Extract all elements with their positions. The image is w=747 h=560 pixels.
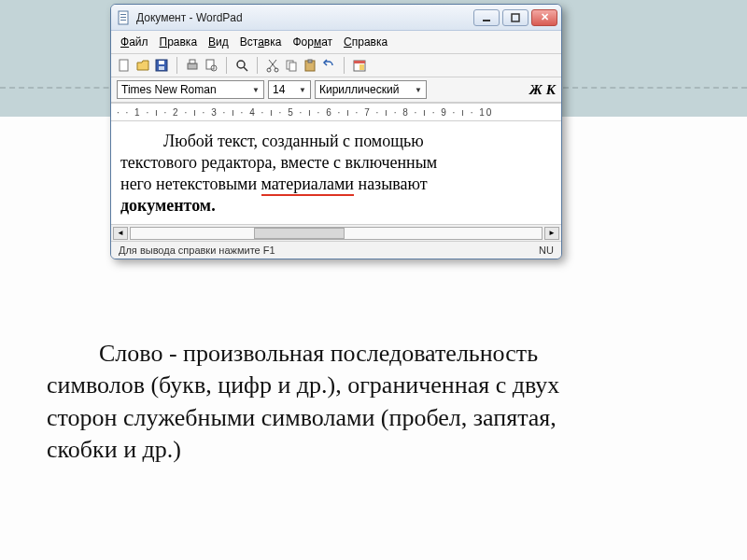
doc-text-underlined: материалами	[261, 175, 354, 196]
chevron-down-icon: ▼	[415, 86, 422, 94]
status-hint: Для вывода справки нажмите F1	[119, 245, 275, 256]
svg-line-15	[244, 67, 247, 71]
toolbar-separator	[344, 57, 345, 74]
menu-file[interactable]: Файл	[117, 34, 152, 50]
open-icon[interactable]	[135, 58, 150, 73]
cut-icon[interactable]	[265, 58, 280, 73]
doc-text: текстового редактора, вместе с включенны…	[120, 153, 437, 172]
scroll-right-button[interactable]: ►	[544, 227, 559, 240]
svg-rect-3	[120, 20, 126, 21]
print-preview-icon[interactable]	[204, 58, 218, 73]
status-indicator: NU	[539, 245, 554, 256]
charset-value: Кириллический	[319, 83, 399, 96]
paste-icon[interactable]	[303, 58, 317, 73]
doc-text: Любой текст, созданный с помощью	[163, 132, 424, 150]
datetime-icon[interactable]	[352, 58, 367, 73]
chevron-down-icon: ▼	[252, 86, 260, 94]
new-icon[interactable]	[117, 58, 132, 73]
menubar: Файл Правка Вид Вставка Формат Справка	[111, 31, 561, 54]
toolbar-separator	[176, 57, 177, 74]
slide-caption: Слово - произвольная последовательность …	[47, 338, 700, 466]
svg-rect-4	[483, 20, 490, 21]
svg-rect-25	[354, 61, 365, 63]
document-area[interactable]: Любой текст, созданный с помощью текстов…	[111, 121, 561, 224]
doc-text-bold: документом.	[120, 196, 216, 215]
wordpad-window: Документ - WordPad ✕ Файл Правка Вид Вст…	[110, 4, 562, 259]
menu-help[interactable]: Справка	[340, 34, 391, 50]
close-button[interactable]: ✕	[531, 9, 557, 26]
font-size-value: 14	[273, 83, 285, 96]
app-icon	[117, 10, 132, 25]
font-name-value: Times New Roman	[121, 83, 217, 96]
toolbar-separator	[226, 57, 227, 74]
menu-view[interactable]: Вид	[204, 34, 233, 50]
caption-line: Слово - произвольная последовательность	[99, 340, 538, 367]
find-icon[interactable]	[234, 58, 249, 73]
menu-format[interactable]: Формат	[289, 34, 336, 50]
caption-line: скобки и др.)	[47, 436, 181, 463]
caption-line: символов (букв, цифр и др.), ограниченна…	[47, 371, 559, 399]
undo-icon[interactable]	[321, 58, 336, 73]
svg-rect-21	[289, 63, 296, 71]
doc-text: него нетекстовыми	[120, 175, 261, 193]
menu-edit[interactable]: Правка	[156, 34, 202, 50]
scroll-track[interactable]	[130, 227, 543, 240]
toolbar-separator	[257, 57, 258, 74]
svg-rect-11	[190, 60, 195, 63]
italic-button[interactable]: К	[546, 82, 556, 98]
doc-text: называют	[354, 175, 428, 193]
statusbar: Для вывода справки нажмите F1 NU	[111, 241, 561, 259]
menu-insert[interactable]: Вставка	[236, 34, 286, 50]
svg-rect-23	[308, 60, 312, 63]
standard-toolbar	[111, 54, 561, 77]
svg-point-14	[237, 61, 245, 68]
font-name-combo[interactable]: Times New Roman ▼	[117, 80, 264, 99]
titlebar[interactable]: Документ - WordPad ✕	[111, 5, 561, 31]
scroll-thumb[interactable]	[254, 228, 345, 239]
horizontal-scrollbar[interactable]: ◄ ►	[111, 224, 561, 241]
svg-rect-2	[120, 17, 126, 18]
maximize-button[interactable]	[502, 9, 529, 26]
minimize-button[interactable]	[473, 9, 500, 26]
ruler[interactable]: · · 1 · ı · 2 · ı · 3 · ı · 4 · ı · 5 · …	[111, 103, 561, 121]
scroll-left-button[interactable]: ◄	[113, 227, 128, 240]
save-icon[interactable]	[154, 58, 169, 73]
chevron-down-icon: ▼	[299, 86, 306, 94]
caption-line: сторон служебными символами (пробел, зап…	[47, 404, 557, 431]
bold-button[interactable]: Ж	[529, 82, 543, 98]
font-size-combo[interactable]: 14 ▼	[268, 80, 311, 99]
svg-rect-8	[159, 61, 164, 64]
copy-icon[interactable]	[284, 58, 299, 73]
svg-rect-26	[359, 64, 364, 70]
svg-rect-6	[120, 60, 128, 71]
svg-rect-5	[512, 14, 519, 21]
svg-rect-12	[206, 60, 214, 69]
print-icon[interactable]	[185, 58, 200, 73]
svg-rect-10	[188, 63, 197, 69]
svg-rect-1	[120, 14, 126, 15]
svg-rect-9	[159, 66, 164, 70]
format-toolbar: Times New Roman ▼ 14 ▼ Кириллический ▼ Ж…	[111, 77, 561, 103]
window-title: Документ - WordPad	[136, 11, 471, 24]
charset-combo[interactable]: Кириллический ▼	[315, 80, 427, 99]
